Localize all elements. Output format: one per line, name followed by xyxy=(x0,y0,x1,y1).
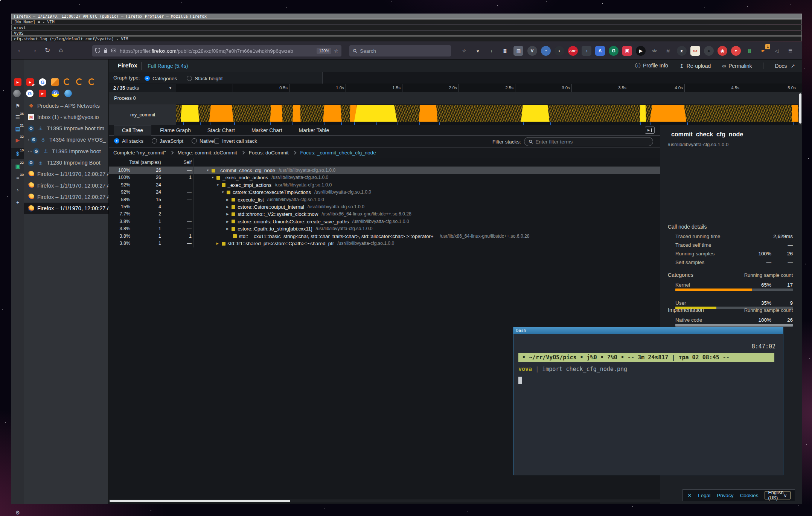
record-dot-icon[interactable]: ● xyxy=(704,46,714,56)
call-tree-row[interactable]: 100%261▼_exec_node_actions/usr/lib/libvy… xyxy=(109,174,660,181)
breadcrumb[interactable]: Merge: commit::doCommit xyxy=(178,150,237,156)
history-rail-icon[interactable]: ☰36 xyxy=(11,111,24,123)
sidebar-tab-item[interactable]: Firefox – 1/1/1970, 12:00:27 AM UTC (pub… xyxy=(24,180,108,191)
permissions-icon[interactable] xyxy=(111,48,116,54)
google-ua-pinned-tab-icon[interactable] xyxy=(52,90,59,97)
bookmarks-rail-icon[interactable]: ⚑ xyxy=(11,100,24,111)
list-rail-icon[interactable]: ≡30 xyxy=(11,173,24,184)
filter-lines-icon[interactable]: ≋ xyxy=(663,46,673,56)
video-play-icon[interactable]: ▶ xyxy=(636,46,646,56)
phab-pinned-tab-icon[interactable] xyxy=(88,78,95,85)
call-tree-row[interactable]: 15%4—▶cstore::Cstore::output_internal/us… xyxy=(109,203,660,211)
call-tree-row[interactable]: 3.8%1—▶cstore::unionfs::UnionfsCstore::c… xyxy=(109,218,660,225)
volume-muted-icon[interactable]: ◁ xyxy=(772,46,782,56)
sidebar-tab-item[interactable]: MInbox (1) - v.huti@vyos.io xyxy=(24,111,108,123)
sidebar-tab-item[interactable]: ⚙⚓T1395 Improve boot xyxy=(24,145,108,157)
docs-button[interactable]: Docs ↗ xyxy=(775,63,798,69)
shield-icon[interactable] xyxy=(95,48,100,54)
call-tree-row[interactable]: 3.8%1—▶std::tr1::shared_ptr<cstore::Cpat… xyxy=(109,240,660,247)
youtube-cursor-pinned-tab-icon[interactable] xyxy=(26,78,34,86)
tab-marker-table[interactable]: Marker Table xyxy=(291,125,337,136)
collapse-arrow-icon[interactable]: ▼ xyxy=(216,182,220,189)
forward-arrow-icon[interactable]: → xyxy=(29,46,38,54)
tab-stack-chart[interactable]: Stack Chart xyxy=(200,125,243,136)
expand-arrow-icon[interactable]: ▶ xyxy=(216,240,220,247)
panda-icon[interactable]: ᴥ xyxy=(677,46,687,56)
add-rail-icon[interactable]: + xyxy=(11,197,24,208)
taskbar-window-item[interactable]: urxvt xyxy=(11,25,802,30)
expand-arrow-icon[interactable]: ▶ xyxy=(226,218,230,225)
horizontal-scrollbar-thumb[interactable] xyxy=(110,500,290,502)
vimium-icon[interactable]: V xyxy=(527,46,537,56)
expand-arrow-icon[interactable]: ▶ xyxy=(226,196,230,203)
phab-pinned-tab-icon[interactable] xyxy=(64,78,70,85)
radio-icon[interactable] xyxy=(187,76,192,81)
pin-icon[interactable]: ▼ xyxy=(731,46,741,56)
invert-call-stack-checkbox[interactable]: Invert call stack xyxy=(214,138,257,144)
call-tree-row[interactable]: 3.8%11std::__cxx11::basic_string<char, s… xyxy=(109,233,660,240)
notes-rail-icon[interactable]: ▤21 xyxy=(11,123,24,134)
back-arrow-icon[interactable]: ← xyxy=(16,46,25,54)
expand-arrow-icon[interactable]: ▶ xyxy=(226,225,230,232)
pocket-icon[interactable]: ∨ xyxy=(473,46,483,56)
drupal-pinned-tab-icon[interactable] xyxy=(64,90,72,97)
call-tree-row[interactable]: 100%26—▼_commit_check_cfg_node/usr/lib/l… xyxy=(109,167,660,174)
stack-option[interactable]: Native xyxy=(192,138,214,144)
radio-icon[interactable] xyxy=(114,138,119,144)
lock-icon[interactable] xyxy=(104,48,108,54)
graph-type-option[interactable]: Categories xyxy=(145,76,177,81)
total-samples-column-header[interactable]: Total (samples) xyxy=(109,160,161,165)
menu-icon[interactable]: ☰ xyxy=(785,46,795,56)
tab-flame-graph[interactable]: Flame Graph xyxy=(152,125,199,136)
clipper-icon[interactable]: ▣ xyxy=(622,46,632,56)
track-label[interactable]: my_commit xyxy=(109,104,176,125)
sidebar-tab-item[interactable]: ⚙⚓T1230 Improving Boot xyxy=(24,157,108,169)
language-select[interactable]: English (US)∨ xyxy=(765,491,790,499)
library-icon[interactable]: ≣ xyxy=(500,46,510,56)
reload-icon[interactable]: ↻ xyxy=(43,46,52,54)
expand-rail-icon[interactable]: › xyxy=(11,184,24,195)
call-tree-row[interactable]: 92%24—▼_exec_tmpl_actions/usr/lib/libvya… xyxy=(109,182,660,189)
taskbar-window-item[interactable]: cfg-stdout.log (~/log/default_conf/vyatt… xyxy=(11,36,802,41)
self-column-header[interactable]: Self xyxy=(164,160,192,165)
payments-rail-icon[interactable]: $10 xyxy=(11,148,24,159)
breadcrumb[interactable]: Focus: _commit_check_cfg_node xyxy=(300,150,376,156)
sidebar-tab-item[interactable]: Firefox – 1/1/1970, 12:00:27 AM UTC (pub… xyxy=(24,191,108,203)
tracks-dropdown[interactable]: 2 / 35 tracks ▼ xyxy=(109,84,176,92)
expand-arrow-icon[interactable]: ▶ xyxy=(226,211,230,218)
process-row[interactable]: Process 0 xyxy=(109,92,802,104)
radio-icon[interactable] xyxy=(145,76,150,81)
collapse-arrow-icon[interactable]: ▼ xyxy=(211,174,215,181)
timer-icon[interactable]: ◔ xyxy=(541,46,551,56)
radio-icon[interactable] xyxy=(152,138,157,144)
sidebar-toggle-icon[interactable]: ▶ xyxy=(645,127,655,134)
radio-icon[interactable] xyxy=(192,138,197,144)
breadcrumb[interactable]: Complete “my_commit” xyxy=(113,150,166,156)
footer-link-privacy[interactable]: Privacy xyxy=(717,493,733,498)
terminal-prompt[interactable]: vova | import check_cfg_node.png xyxy=(518,366,627,372)
stack-option[interactable]: JavaScript xyxy=(152,138,183,144)
footer-link-cookies[interactable]: Cookies xyxy=(740,493,759,498)
google-pinned-tab-icon[interactable] xyxy=(26,90,34,97)
vyos-cube-pinned-tab-icon[interactable] xyxy=(51,78,59,86)
sidebar-tab-item[interactable]: Firefox – 1/1/1970, 12:00:27 AM UTC (pub… xyxy=(24,168,108,180)
taskbar-window-item[interactable]: Firefox — 1/1/1970, 12:00:27 AM UTC (pub… xyxy=(11,14,802,19)
terminal-title-bar[interactable]: bash xyxy=(513,327,783,334)
tracks-scrollbar[interactable] xyxy=(798,92,802,125)
tab-call-tree[interactable]: Call Tree xyxy=(114,125,151,136)
track-activity-graph[interactable] xyxy=(176,105,798,122)
phab-pinned-tab-icon[interactable] xyxy=(76,78,83,85)
horizontal-scrollbar[interactable] xyxy=(109,499,660,502)
settings-gear-icon[interactable]: ⚙ xyxy=(11,507,24,516)
taskbar-window-item[interactable]: VyOS xyxy=(11,31,802,36)
full-range-button[interactable]: Full Range (5.4s) xyxy=(148,63,188,69)
hand-icon[interactable]: ☛1 xyxy=(758,46,768,56)
eq-bars-icon[interactable]: ||| xyxy=(745,46,754,56)
firefox-gray-pinned-tab-icon[interactable] xyxy=(13,90,21,97)
google-pinned-tab-icon[interactable] xyxy=(39,78,46,86)
collapse-arrow-icon[interactable]: ▼ xyxy=(221,189,225,196)
search-bar[interactable]: ⚲ Search xyxy=(349,45,451,56)
url-text[interactable]: https://profiler.firefox.com/public/cp28… xyxy=(120,48,314,54)
music-note-icon[interactable]: ♪ xyxy=(582,46,591,56)
call-tree-row[interactable]: 92%24—▼cstore::Cstore::executeTmplAction… xyxy=(109,189,660,196)
